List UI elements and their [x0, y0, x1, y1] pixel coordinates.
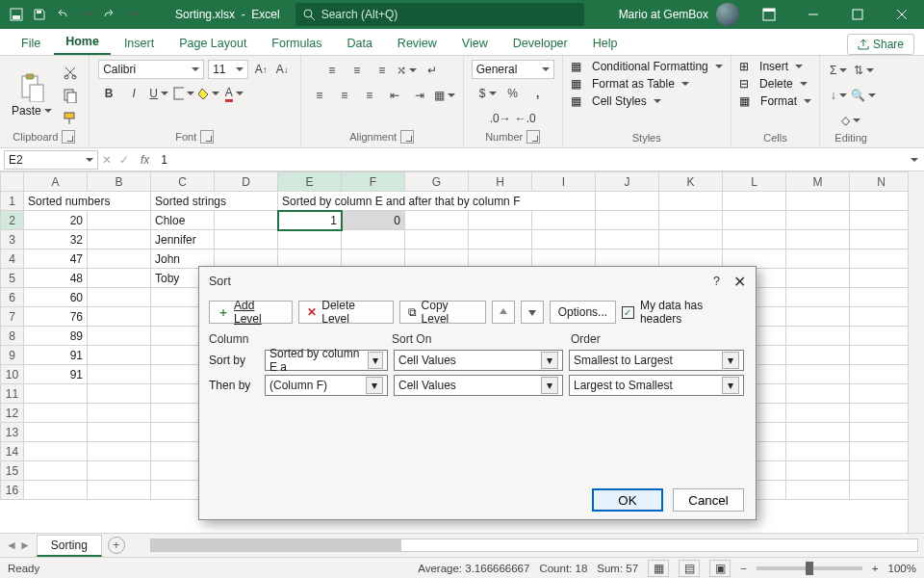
align-middle-icon[interactable]: ≡ [346, 60, 368, 81]
tab-page-layout[interactable]: Page Layout [167, 31, 258, 55]
delete-cells-button[interactable]: ⊟ Delete [739, 77, 808, 91]
col-header-C[interactable]: C [151, 172, 215, 192]
cell-A1[interactable]: Sorted numbers [24, 192, 151, 211]
autosum-icon[interactable]: Σ [828, 60, 849, 81]
cell-D2[interactable] [215, 211, 278, 230]
cell-B14[interactable] [88, 442, 151, 461]
cell-E1[interactable]: Sorted by column E and after that by col… [278, 192, 596, 211]
maximize-icon[interactable] [835, 0, 880, 29]
cell-A7[interactable]: 76 [24, 307, 88, 327]
tab-insert[interactable]: Insert [113, 31, 166, 55]
new-sheet-icon[interactable]: + [108, 537, 125, 554]
page-break-view-icon[interactable]: ▣ [709, 560, 731, 577]
cell-A8[interactable]: 89 [24, 327, 88, 346]
cell-D3[interactable] [215, 230, 278, 250]
alignment-dialog-launcher[interactable] [400, 130, 414, 144]
cell-N3[interactable] [850, 230, 913, 250]
cell-B8[interactable] [88, 327, 151, 346]
cell-J2[interactable] [596, 211, 659, 230]
cell-M14[interactable] [786, 442, 850, 461]
italic-icon[interactable]: I [123, 83, 144, 104]
col-header-F[interactable]: F [342, 172, 405, 192]
cell-K3[interactable] [659, 230, 723, 250]
align-right-icon[interactable]: ≡ [359, 85, 380, 106]
cell-H3[interactable] [469, 230, 532, 250]
ok-button[interactable]: OK [592, 488, 663, 512]
align-top-icon[interactable]: ≡ [321, 60, 343, 81]
decrease-decimal-icon[interactable]: ←.0 [515, 108, 536, 129]
cell-M15[interactable] [786, 461, 850, 481]
cell-M1[interactable] [786, 192, 850, 211]
col-header-G[interactable]: G [405, 172, 469, 192]
sort-on-select[interactable]: Cell Values▾ [394, 350, 563, 371]
row-header-10[interactable]: 10 [1, 365, 24, 384]
cell-M10[interactable] [786, 365, 850, 384]
row-header-2[interactable]: 2 [1, 211, 24, 230]
zoom-in-icon[interactable]: + [872, 563, 879, 574]
col-header-K[interactable]: K [659, 172, 723, 192]
search-box[interactable]: Search (Alt+Q) [295, 3, 584, 26]
move-down-button[interactable] [521, 301, 544, 324]
cell-B2[interactable] [88, 211, 151, 230]
col-header-A[interactable]: A [24, 172, 88, 192]
ribbon-display-icon[interactable] [747, 0, 791, 29]
find-select-icon[interactable]: 🔍 [853, 85, 874, 106]
percent-icon[interactable]: % [502, 83, 524, 104]
cell-M2[interactable] [786, 211, 850, 230]
expand-formula-bar[interactable] [908, 153, 918, 167]
tab-view[interactable]: View [450, 31, 500, 55]
cell-M6[interactable] [786, 288, 850, 307]
col-header-N[interactable]: N [850, 172, 913, 192]
cell-N8[interactable] [850, 327, 913, 346]
tab-home[interactable]: Home [54, 29, 111, 55]
insert-cells-button[interactable]: ⊞ Insert [739, 60, 803, 73]
cell-styles-button[interactable]: ▦ Cell Styles [571, 94, 661, 108]
cell-M16[interactable] [786, 481, 850, 500]
col-header-E[interactable]: E [278, 172, 342, 192]
cell-C1[interactable]: Sorted strings [151, 192, 278, 211]
account-area[interactable]: Mario at GemBox [611, 3, 747, 26]
cell-N11[interactable] [850, 384, 913, 404]
conditional-formatting-button[interactable]: ▦ Conditional Formatting [571, 60, 723, 73]
font-color-icon[interactable]: A [223, 83, 244, 104]
cell-A11[interactable] [24, 384, 88, 404]
align-center-icon[interactable]: ≡ [334, 85, 355, 106]
cell-H2[interactable] [469, 211, 532, 230]
sort-column-select[interactable]: Sorted by column E a▾ [265, 350, 388, 371]
normal-view-icon[interactable]: ▦ [648, 560, 669, 577]
add-level-button[interactable]: ＋Add Level [209, 301, 293, 324]
cell-L3[interactable] [723, 230, 786, 250]
cell-K2[interactable] [659, 211, 723, 230]
row-header-7[interactable]: 7 [1, 307, 24, 327]
share-button[interactable]: Share [847, 34, 914, 55]
sort-options-button[interactable]: Options... [550, 301, 616, 324]
tab-formulas[interactable]: Formulas [260, 31, 333, 55]
col-header-J[interactable]: J [596, 172, 659, 192]
row-header-16[interactable]: 16 [1, 481, 24, 500]
cell-B12[interactable] [88, 404, 151, 423]
cut-icon[interactable] [60, 62, 81, 83]
font-size-select[interactable]: 11 [208, 60, 248, 79]
cell-B5[interactable] [88, 269, 151, 288]
sort-order-select[interactable]: Largest to Smallest▾ [569, 375, 744, 396]
cell-N7[interactable] [850, 307, 913, 327]
decrease-font-icon[interactable]: A↓ [273, 61, 291, 78]
cell-B3[interactable] [88, 230, 151, 250]
comma-icon[interactable]: , [527, 83, 549, 104]
cell-N12[interactable] [850, 404, 913, 423]
close-icon[interactable] [880, 0, 924, 29]
row-header-13[interactable]: 13 [1, 423, 24, 442]
fx-icon[interactable]: fx [133, 153, 157, 167]
font-dialog-launcher[interactable] [200, 130, 214, 144]
row-header-14[interactable]: 14 [1, 442, 24, 461]
sheet-tab-sorting[interactable]: Sorting [37, 535, 102, 557]
format-painter-icon[interactable] [60, 108, 81, 129]
cell-A16[interactable] [24, 481, 88, 500]
font-name-select[interactable]: Calibri [98, 60, 204, 79]
tab-file[interactable]: File [10, 31, 52, 55]
redo-icon[interactable] [100, 6, 117, 23]
cell-N6[interactable] [850, 288, 913, 307]
cell-A12[interactable] [24, 404, 88, 423]
col-header-B[interactable]: B [88, 172, 151, 192]
cell-N5[interactable] [850, 269, 913, 288]
